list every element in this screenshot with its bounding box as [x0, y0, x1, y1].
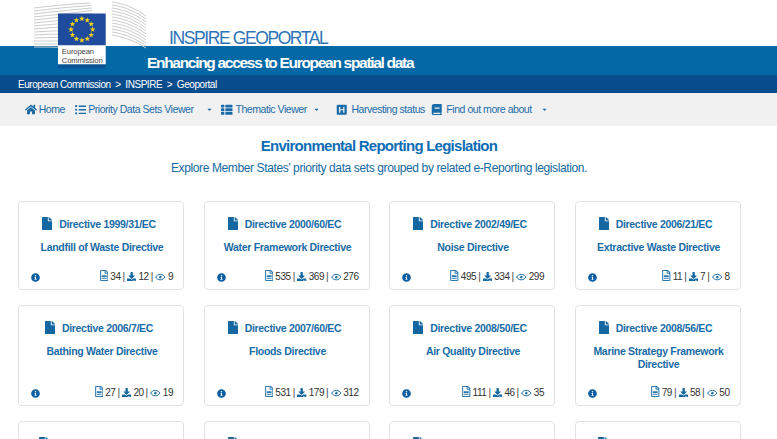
svg-text:Commission: Commission [62, 56, 103, 65]
